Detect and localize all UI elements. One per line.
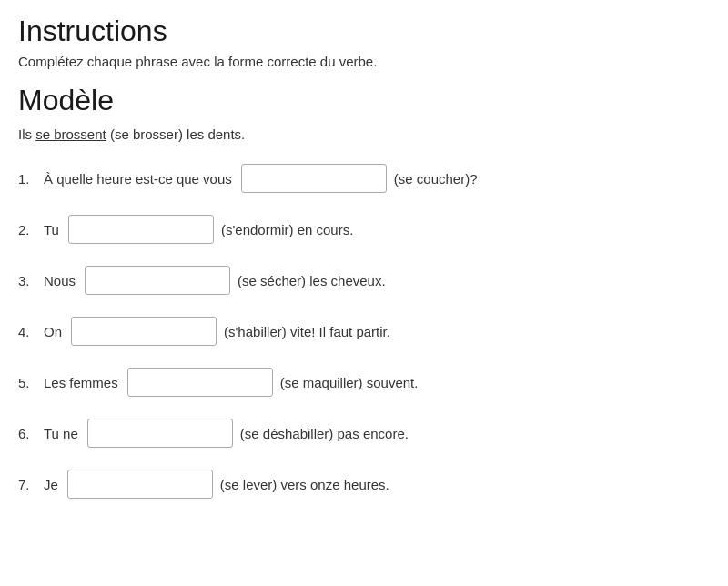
exercise-input-5[interactable] xyxy=(127,368,273,397)
exercise-number: 6. xyxy=(18,426,44,441)
modele-example: Ils se brossent (se brosser) les dents. xyxy=(18,126,710,142)
exercise-text-after: (se lever) vers onze heures. xyxy=(220,477,389,492)
exercise-item: 2.Tu(s'endormir) en cours. xyxy=(18,215,710,244)
exercise-item: 7.Je(se lever) vers onze heures. xyxy=(18,470,710,499)
exercise-text-before: À quelle heure est-ce que vous xyxy=(44,171,232,187)
exercise-text-before: On xyxy=(44,324,62,339)
exercise-text-after: (s'habiller) vite! Il faut partir. xyxy=(224,324,390,339)
exercise-text-before: Les femmes xyxy=(44,375,118,390)
exercise-text-after: (se sécher) les cheveux. xyxy=(238,273,386,288)
exercise-input-2[interactable] xyxy=(68,215,214,244)
instructions-title: Instructions xyxy=(18,15,710,48)
exercise-text-after: (se déshabiller) pas encore. xyxy=(240,426,409,441)
exercise-text-before: Je xyxy=(44,477,58,492)
modele-before: Ils xyxy=(18,126,35,142)
exercise-input-7[interactable] xyxy=(67,470,213,499)
exercise-item: 5.Les femmes(se maquiller) souvent. xyxy=(18,368,710,397)
exercise-input-3[interactable] xyxy=(85,266,230,295)
exercise-number: 3. xyxy=(18,273,44,288)
exercise-text-before: Tu ne xyxy=(44,426,78,441)
exercise-text-before: Tu xyxy=(44,222,59,237)
exercise-text-after: (se coucher)? xyxy=(394,171,478,187)
modele-after: (se brosser) les dents. xyxy=(106,126,246,142)
exercise-number: 4. xyxy=(18,324,44,339)
exercise-number: 7. xyxy=(18,477,44,492)
exercise-text-before: Nous xyxy=(44,273,76,288)
exercise-input-4[interactable] xyxy=(71,317,217,346)
exercise-number: 2. xyxy=(18,222,44,237)
exercise-text-after: (s'endormir) en cours. xyxy=(221,222,353,237)
exercise-item: 4.On(s'habiller) vite! Il faut partir. xyxy=(18,317,710,346)
modele-title: Modèle xyxy=(18,84,710,117)
exercise-number: 5. xyxy=(18,375,44,390)
exercise-number: 1. xyxy=(18,171,44,187)
exercise-item: 3.Nous(se sécher) les cheveux. xyxy=(18,266,710,295)
exercise-input-1[interactable] xyxy=(241,164,387,193)
exercise-item: 1.À quelle heure est-ce que vous(se couc… xyxy=(18,164,710,193)
exercise-text-after: (se maquiller) souvent. xyxy=(280,375,419,390)
modele-underline: se brossent xyxy=(35,126,106,142)
exercise-input-6[interactable] xyxy=(87,419,233,448)
exercise-item: 6.Tu ne(se déshabiller) pas encore. xyxy=(18,419,710,448)
exercise-list: 1.À quelle heure est-ce que vous(se couc… xyxy=(18,164,710,499)
instructions-subtitle: Complétez chaque phrase avec la forme co… xyxy=(18,54,710,69)
